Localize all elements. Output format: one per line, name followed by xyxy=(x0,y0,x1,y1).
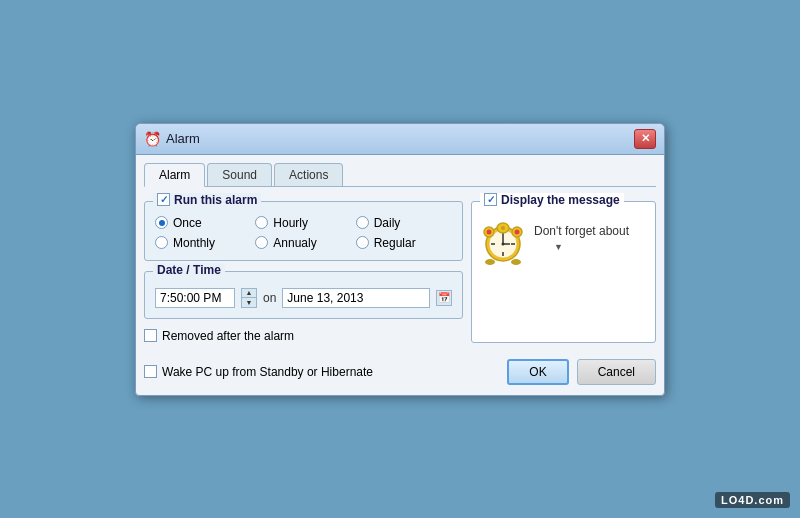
removed-after-checkbox[interactable] xyxy=(144,329,157,342)
svg-point-15 xyxy=(487,229,492,234)
radio-once[interactable]: Once xyxy=(155,216,251,230)
time-input[interactable]: 7:50:00 PM xyxy=(155,288,235,308)
datetime-group: Date / Time 7:50:00 PM ▲ ▼ on June 13, 2… xyxy=(144,271,463,319)
run-alarm-title: ✓ Run this alarm xyxy=(153,193,261,207)
radio-regular-circle[interactable] xyxy=(356,236,369,249)
main-content: ✓ Run this alarm Once Hourly xyxy=(144,193,656,347)
on-label: on xyxy=(263,291,276,305)
tab-alarm[interactable]: Alarm xyxy=(144,163,205,187)
watermark: LO4D.com xyxy=(715,492,790,508)
radio-hourly-label: Hourly xyxy=(273,216,308,230)
time-value: 7:50:00 PM xyxy=(160,291,221,305)
right-panel: ✓ Display the message xyxy=(471,201,656,343)
spin-up[interactable]: ▲ xyxy=(242,289,256,298)
tab-sound[interactable]: Sound xyxy=(207,163,272,186)
date-input[interactable]: June 13, 2013 xyxy=(282,288,430,308)
svg-point-16 xyxy=(515,229,520,234)
radio-daily-label: Daily xyxy=(374,216,401,230)
date-value: June 13, 2013 xyxy=(287,291,363,305)
datetime-title: Date / Time xyxy=(153,263,225,277)
calendar-icon[interactable]: 📅 xyxy=(436,290,452,306)
radio-once-circle[interactable] xyxy=(155,216,168,229)
tab-bar: Alarm Sound Actions xyxy=(144,163,656,187)
message-content: Don't forget about ▼ xyxy=(480,216,647,266)
window-icon: ⏰ xyxy=(144,131,160,147)
window-body: Alarm Sound Actions ✓ Run this alarm Onc… xyxy=(136,155,664,395)
run-alarm-checkbox[interactable]: ✓ xyxy=(157,193,170,206)
removed-after-label: Removed after the alarm xyxy=(162,329,294,343)
spin-down[interactable]: ▼ xyxy=(242,298,256,307)
wake-pc-label: Wake PC up from Standby or Hibernate xyxy=(162,365,373,379)
window-title: Alarm xyxy=(166,131,200,146)
run-alarm-label: Run this alarm xyxy=(174,193,257,207)
close-button[interactable]: ✕ xyxy=(634,129,656,149)
tab-actions[interactable]: Actions xyxy=(274,163,343,186)
title-bar-left: ⏰ Alarm xyxy=(144,131,200,147)
radio-hourly[interactable]: Hourly xyxy=(255,216,351,230)
title-bar: ⏰ Alarm ✕ xyxy=(136,124,664,155)
alarm-dialog: ⏰ Alarm ✕ Alarm Sound Actions ✓ Run this… xyxy=(135,123,665,396)
button-group: OK Cancel xyxy=(507,359,656,385)
svg-point-12 xyxy=(501,226,505,230)
message-text: Don't forget about xyxy=(534,220,629,238)
radio-annualy-label: Annualy xyxy=(273,236,316,250)
frequency-grid: Once Hourly Daily Monthly xyxy=(155,216,452,250)
radio-monthly-label: Monthly xyxy=(173,236,215,250)
wake-pc-checkbox[interactable] xyxy=(144,365,157,378)
svg-point-1 xyxy=(511,259,521,265)
dropdown-arrow[interactable]: ▼ xyxy=(554,242,629,252)
bottom-left: Wake PC up from Standby or Hibernate xyxy=(144,365,373,379)
radio-hourly-circle[interactable] xyxy=(255,216,268,229)
radio-monthly[interactable]: Monthly xyxy=(155,236,251,250)
radio-regular[interactable]: Regular xyxy=(356,236,452,250)
left-panel: ✓ Run this alarm Once Hourly xyxy=(144,201,463,343)
time-spinner[interactable]: ▲ ▼ xyxy=(241,288,257,308)
alarm-clock-icon xyxy=(480,220,526,266)
display-message-label: Display the message xyxy=(501,193,620,207)
radio-once-label: Once xyxy=(173,216,202,230)
radio-daily[interactable]: Daily xyxy=(356,216,452,230)
bottom-row: Wake PC up from Standby or Hibernate OK … xyxy=(144,353,656,387)
radio-annualy-circle[interactable] xyxy=(255,236,268,249)
radio-annualy[interactable]: Annualy xyxy=(255,236,351,250)
message-group: ✓ Display the message xyxy=(471,201,656,343)
run-alarm-group: ✓ Run this alarm Once Hourly xyxy=(144,201,463,261)
svg-point-10 xyxy=(502,242,505,245)
message-title: ✓ Display the message xyxy=(480,193,624,207)
cancel-button[interactable]: Cancel xyxy=(577,359,656,385)
svg-point-0 xyxy=(485,259,495,265)
radio-regular-label: Regular xyxy=(374,236,416,250)
radio-daily-circle[interactable] xyxy=(356,216,369,229)
datetime-row: 7:50:00 PM ▲ ▼ on June 13, 2013 📅 xyxy=(155,288,452,308)
radio-monthly-circle[interactable] xyxy=(155,236,168,249)
display-message-checkbox[interactable]: ✓ xyxy=(484,193,497,206)
ok-button[interactable]: OK xyxy=(507,359,568,385)
removed-after-row: Removed after the alarm xyxy=(144,329,463,343)
